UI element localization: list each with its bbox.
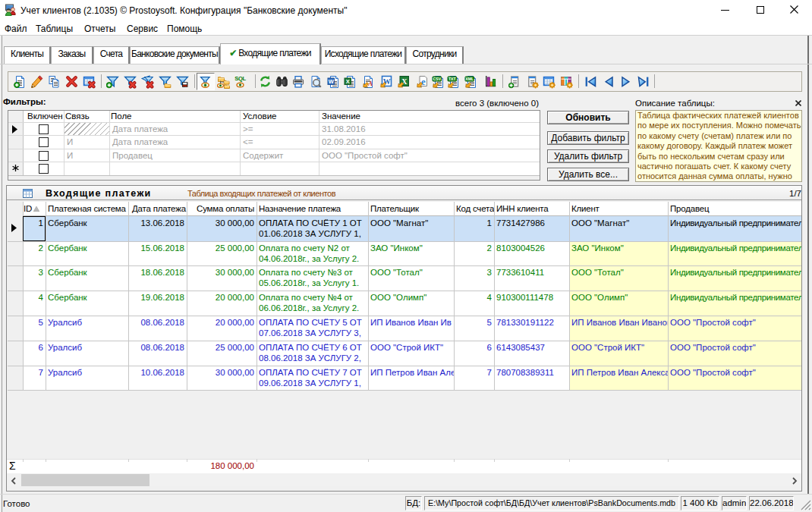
svg-text:XML: XML [465,77,474,81]
svg-text:TXT: TXT [448,77,457,81]
svg-text:e: e [421,76,426,87]
svg-text:X: X [346,78,350,85]
svg-text:CSV: CSV [433,77,441,81]
svg-text:W: W [329,78,335,85]
svg-text:A: A [367,80,373,87]
svg-text:SQL: SQL [234,75,246,82]
